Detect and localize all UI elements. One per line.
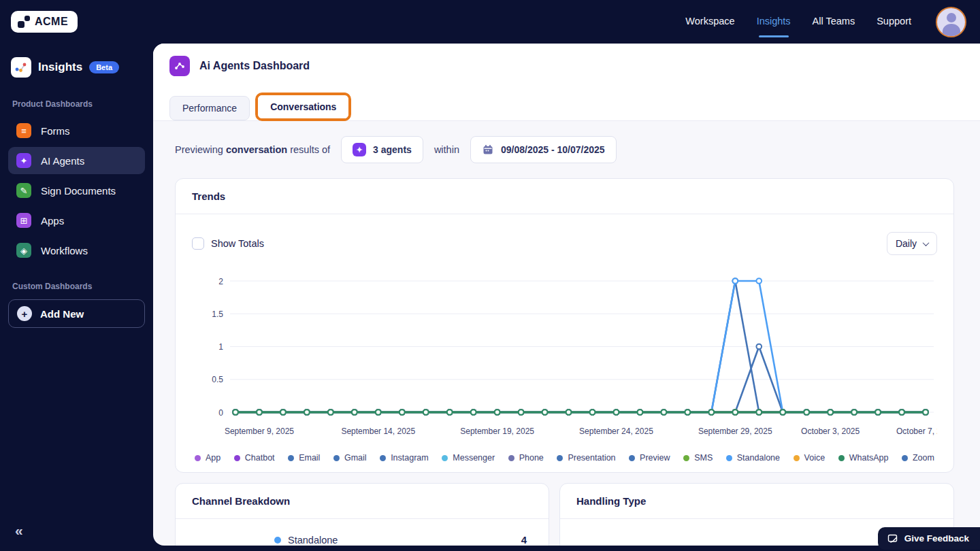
svg-text:0: 0: [218, 408, 223, 418]
agents-filter-button[interactable]: ✦ 3 agents: [341, 136, 423, 163]
legend-dot: [557, 455, 563, 461]
legend-item-email[interactable]: Email: [288, 453, 320, 463]
date-range-button[interactable]: 09/08/2025 - 10/07/2025: [470, 136, 617, 163]
ai-agents-icon: ✦: [16, 153, 31, 168]
trends-card: Trends Show Totals Daily 00.511.52Septem…: [175, 178, 954, 473]
legend-label: WhatsApp: [849, 453, 889, 463]
sidebar-item-sign-documents[interactable]: ✎Sign Documents: [8, 177, 145, 204]
svg-text:0.5: 0.5: [212, 375, 223, 384]
svg-text:September 24, 2025: September 24, 2025: [579, 427, 653, 436]
legend-dot: [288, 455, 294, 461]
tab-performance[interactable]: Performance: [169, 96, 250, 120]
nav-insights[interactable]: Insights: [757, 16, 791, 28]
nav-workspace[interactable]: Workspace: [685, 16, 734, 28]
topbar: ACME WorkspaceInsightsAll TeamsSupport: [0, 0, 980, 44]
sidebar-item-label: Forms: [41, 125, 70, 137]
legend-dot: [333, 455, 340, 461]
top-nav-links: WorkspaceInsightsAll TeamsSupport: [685, 16, 914, 28]
legend-item-app[interactable]: App: [195, 453, 220, 463]
legend-label: Email: [299, 453, 320, 463]
svg-text:September 29, 2025: September 29, 2025: [698, 427, 772, 436]
user-avatar[interactable]: [936, 7, 966, 37]
section-title-custom-dashboards: Custom Dashboards: [12, 282, 141, 291]
svg-text:September 14, 2025: September 14, 2025: [341, 427, 415, 436]
legend-item-sms[interactable]: SMS: [683, 453, 713, 463]
add-new-dashboard-button[interactable]: + Add New: [8, 299, 145, 328]
trends-chart[interactable]: 00.511.52September 9, 2025September 14, …: [192, 269, 937, 442]
show-totals-checkbox[interactable]: [192, 237, 204, 250]
channel-breakdown-rows: Standalone4: [176, 534, 549, 546]
svg-text:September 19, 2025: September 19, 2025: [460, 427, 534, 436]
legend-dot: [683, 455, 689, 461]
breakdown-value: 4: [521, 534, 527, 546]
main-panel: Ai Agents Dashboard Performance Conversa…: [153, 44, 980, 546]
sidebar-item-workflows[interactable]: ◈Workflows: [8, 237, 145, 264]
sidebar-item-label: Apps: [41, 215, 64, 227]
channel-breakdown-card: Channel Breakdown Standalone4: [175, 483, 549, 546]
acme-logo-icon: [18, 16, 30, 28]
legend-item-voice[interactable]: Voice: [794, 453, 826, 463]
legend-label: Zoom: [913, 453, 934, 463]
sidebar-item-apps[interactable]: ⊞Apps: [8, 207, 145, 234]
legend-item-phone[interactable]: Phone: [508, 453, 544, 463]
svg-text:2: 2: [218, 277, 223, 286]
feedback-icon: [887, 533, 898, 544]
tab-conversations[interactable]: Conversations: [258, 95, 348, 118]
interval-select[interactable]: Daily: [887, 232, 937, 255]
acme-logo-text: ACME: [35, 16, 68, 28]
legend-item-chatbot[interactable]: Chatbot: [234, 453, 275, 463]
legend-dot: [838, 455, 845, 461]
acme-logo[interactable]: ACME: [11, 11, 78, 33]
legend-item-instagram[interactable]: Instagram: [380, 453, 429, 463]
filter-bar: Previewing conversation results of ✦ 3 a…: [175, 136, 954, 163]
legend-label: Instagram: [391, 453, 429, 463]
sidebar: Insights Beta Product Dashboards ≡Forms✦…: [0, 44, 153, 551]
legend-label: Presentation: [568, 453, 615, 463]
plus-icon: +: [17, 306, 32, 321]
section-title-product-dashboards: Product Dashboards: [12, 99, 141, 109]
svg-text:1: 1: [218, 342, 223, 352]
svg-text:1.5: 1.5: [212, 310, 223, 319]
dashboard-tabs: Performance Conversations: [169, 93, 964, 120]
nav-support[interactable]: Support: [877, 16, 911, 28]
workflows-icon: ◈: [16, 243, 31, 258]
legend-item-zoom[interactable]: Zoom: [902, 453, 934, 463]
legend-label: Preview: [640, 453, 670, 463]
handling-type-title: Handling Type: [560, 484, 953, 519]
legend-item-presentation[interactable]: Presentation: [557, 453, 615, 463]
nav-all-teams[interactable]: All Teams: [813, 16, 855, 28]
sidebar-collapse-button[interactable]: «: [15, 522, 23, 539]
chart-legend: AppChatbotEmailGmailInstagramMessengerPh…: [192, 453, 937, 463]
ai-agents-dashboard-icon: [169, 56, 190, 76]
chevron-down-icon: [923, 239, 930, 246]
channel-breakdown-title: Channel Breakdown: [176, 484, 549, 519]
forms-icon: ≡: [16, 123, 31, 138]
give-feedback-button[interactable]: Give Feedback: [878, 527, 980, 550]
trends-chart-svg: 00.511.52September 9, 2025September 14, …: [192, 269, 937, 442]
apps-icon: ⊞: [16, 213, 31, 228]
legend-item-preview[interactable]: Preview: [629, 453, 670, 463]
insights-app-icon: [11, 57, 31, 78]
legend-item-messenger[interactable]: Messenger: [442, 453, 495, 463]
within-label: within: [434, 144, 459, 155]
sidebar-item-ai-agents[interactable]: ✦AI Agents: [8, 147, 145, 174]
legend-item-gmail[interactable]: Gmail: [333, 453, 367, 463]
filter-description: Previewing conversation results of: [175, 144, 330, 155]
legend-dot: [794, 455, 800, 461]
sidebar-item-forms[interactable]: ≡Forms: [8, 117, 145, 144]
legend-label: SMS: [694, 453, 713, 463]
legend-dot: [234, 455, 240, 461]
sidebar-app-title: Insights: [38, 61, 82, 74]
legend-dot: [902, 455, 908, 461]
page-title: Ai Agents Dashboard: [199, 60, 310, 72]
legend-label: Voice: [804, 453, 826, 463]
sidebar-insights-home[interactable]: Insights Beta: [8, 53, 145, 82]
conversations-tab-highlight-box: Conversations: [255, 93, 351, 121]
show-totals-row: Show Totals: [192, 237, 264, 250]
legend-dot: [508, 455, 514, 461]
sign-documents-icon: ✎: [16, 183, 31, 198]
legend-label: Chatbot: [245, 453, 275, 463]
legend-item-standalone[interactable]: Standalone: [726, 453, 780, 463]
sidebar-item-label: Sign Documents: [41, 185, 116, 197]
legend-item-whatsapp[interactable]: WhatsApp: [838, 453, 889, 463]
